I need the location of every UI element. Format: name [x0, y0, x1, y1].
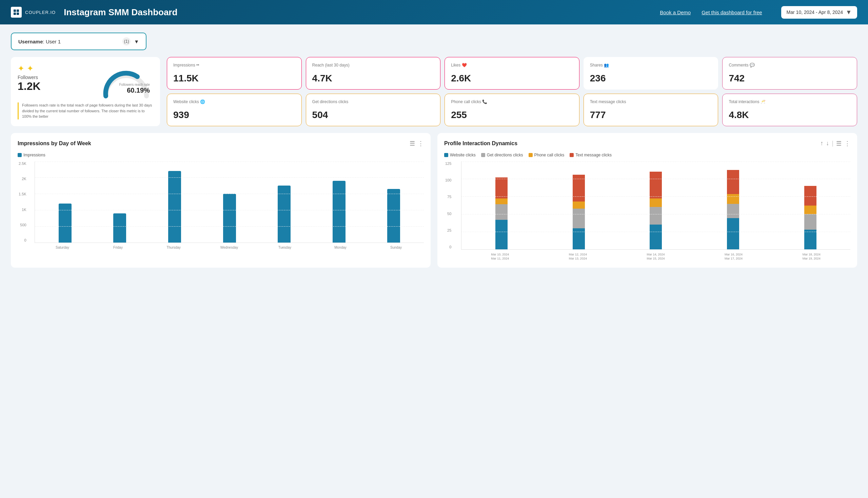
stacked-seg: [573, 209, 585, 228]
impressions-chart-card: Impressions by Day of Week ☰ ⋮ Impressio…: [11, 133, 431, 268]
metric-label: Website clicks 🌐: [173, 100, 295, 104]
legend-item: Website clicks: [444, 153, 476, 157]
legend-dot: [481, 153, 485, 157]
charts-section: Impressions by Day of Week ☰ ⋮ Impressio…: [11, 133, 857, 268]
legend-item: Text message clicks: [570, 153, 612, 157]
stacked-seg: [727, 194, 739, 204]
stacked-bar-group-1: [540, 161, 617, 249]
header-nav: Book a Demo Get this dashboard for free …: [660, 6, 857, 19]
metric-label: Impressions ••: [173, 63, 295, 67]
stacked-col-2: [650, 172, 662, 249]
logo: COUPLER.IO: [11, 7, 56, 18]
bar-1: [113, 213, 126, 243]
stacked-seg: [573, 201, 585, 209]
stacked-col-0: [495, 178, 508, 249]
metric-value: 236: [590, 73, 712, 84]
stacked-seg: [804, 186, 816, 206]
metric-card-6: Get directions clicks 504: [306, 94, 441, 126]
svg-rect-3: [17, 13, 19, 15]
bar-group-5: [311, 161, 366, 243]
top-section: ✦ ✦ Followers 1.2K Followers reach rate …: [11, 57, 857, 126]
interaction-chart-title: Profile Interaction Dynamics: [444, 141, 517, 146]
stacked-bar-group-4: [772, 161, 849, 249]
x-label-5: Monday: [312, 244, 368, 249]
stacked-seg: [573, 228, 585, 249]
legend-dot: [529, 153, 533, 157]
impressions-legend: Impressions: [18, 153, 424, 157]
metric-value: 11.5K: [173, 73, 295, 84]
stacked-bar-group-3: [694, 161, 772, 249]
legend-item: Phone call clicks: [529, 153, 564, 157]
stacked-x-label-3: Mar 16, 2024Mar 17, 2024: [695, 251, 773, 261]
metric-value: 4.8K: [729, 109, 851, 120]
x-label-2: Thursday: [146, 244, 201, 249]
filter-icon[interactable]: ☰: [836, 140, 842, 147]
sparkle-icon: ✦ ✦: [18, 64, 92, 73]
metric-card-2: Likes ❤️ 2.6K: [444, 57, 579, 90]
metric-value: 742: [729, 73, 851, 84]
up-arrow-icon[interactable]: ↑: [820, 140, 823, 147]
legend-label: Phone call clicks: [534, 153, 564, 157]
stacked-seg: [495, 178, 508, 198]
metric-card-8: Text message clicks 777: [584, 94, 719, 126]
date-range-value: Mar 10, 2024 - Apr 8, 2024: [787, 10, 843, 15]
x-label-6: Sunday: [368, 244, 424, 249]
interaction-chart-card: Profile Interaction Dynamics ↑ ↓ | ☰ ⋮ W…: [437, 133, 857, 268]
book-demo-link[interactable]: Book a Demo: [660, 10, 691, 15]
metric-value: 4.7K: [312, 73, 434, 84]
followers-info: ✦ ✦ Followers 1.2K: [18, 64, 92, 93]
metric-value: 777: [590, 109, 712, 120]
stacked-seg: [650, 225, 662, 249]
y-axis: 125 100 75 50 25 0: [445, 161, 451, 249]
followers-value: 1.2K: [18, 80, 92, 93]
stacked-col-3: [727, 170, 739, 249]
stacked-bar-chart-area: 125 100 75 50 25 0: [461, 161, 850, 250]
x-label-3: Wednesday: [201, 244, 257, 249]
stacked-x-label-1: Mar 12, 2024Mar 13, 2024: [539, 251, 617, 261]
metric-card-7: Phone call clicks 📞 255: [444, 94, 579, 126]
page-title: Instagram SMM Dashboard: [64, 7, 660, 18]
legend-dot-impressions: [18, 153, 22, 157]
x-label-0: Saturday: [35, 244, 90, 249]
stacked-seg: [727, 218, 739, 249]
legend-impressions-label: Impressions: [23, 153, 45, 157]
legend-dot: [444, 153, 448, 157]
bar-group-4: [257, 161, 311, 243]
metric-label: Likes ❤️: [451, 63, 573, 67]
metric-value: 504: [312, 109, 434, 120]
get-dashboard-link[interactable]: Get this dashboard for free: [702, 10, 762, 15]
x-label-1: Friday: [90, 244, 146, 249]
logo-text: COUPLER.IO: [25, 10, 56, 15]
more-icon[interactable]: ⋮: [418, 140, 424, 147]
metric-value: 939: [173, 109, 295, 120]
x-label-4: Tuesday: [257, 244, 312, 249]
username-selector[interactable]: Username: User 1 (1) ▼: [11, 32, 146, 50]
filter-icon[interactable]: ☰: [410, 140, 415, 147]
stacked-seg: [495, 198, 508, 204]
impressions-chart-controls[interactable]: ☰ ⋮: [410, 140, 424, 147]
down-arrow-icon[interactable]: ↓: [826, 140, 829, 147]
gauge-text: Followers reach rate 60.19%: [119, 83, 150, 94]
metric-label: Reach (last 30 days): [312, 63, 434, 67]
date-range-picker[interactable]: Mar 10, 2024 - Apr 8, 2024 ▼: [781, 6, 857, 19]
stacked-seg: [727, 204, 739, 218]
metric-label: Total interactions 🥂: [729, 100, 851, 104]
main-content: Username: User 1 (1) ▼ ✦ ✦ Followers 1.2…: [0, 24, 868, 276]
metric-label: Get directions clicks: [312, 100, 434, 104]
gauge-chart: Followers reach rate 60.19%: [99, 64, 153, 98]
bar-0: [59, 204, 71, 243]
bar-group-2: [147, 161, 202, 243]
chevron-down-icon: ▼: [846, 9, 852, 16]
bar-3: [223, 194, 236, 243]
interaction-chart-header: Profile Interaction Dynamics ↑ ↓ | ☰ ⋮: [444, 140, 850, 147]
bar-group-3: [202, 161, 257, 243]
legend-item: Get directions clicks: [481, 153, 523, 157]
username-value: User 1: [46, 39, 61, 44]
interaction-chart-controls[interactable]: ↑ ↓ | ☰ ⋮: [820, 140, 850, 147]
legend-label: Text message clicks: [575, 153, 612, 157]
gauge-label: Followers reach rate: [119, 83, 150, 87]
legend-impressions: Impressions: [18, 153, 45, 157]
interaction-chart-wrapper: 125 100 75 50 25 0 Mar 10: [444, 161, 850, 261]
stacked-seg: [650, 172, 662, 198]
more-icon[interactable]: ⋮: [844, 140, 850, 147]
